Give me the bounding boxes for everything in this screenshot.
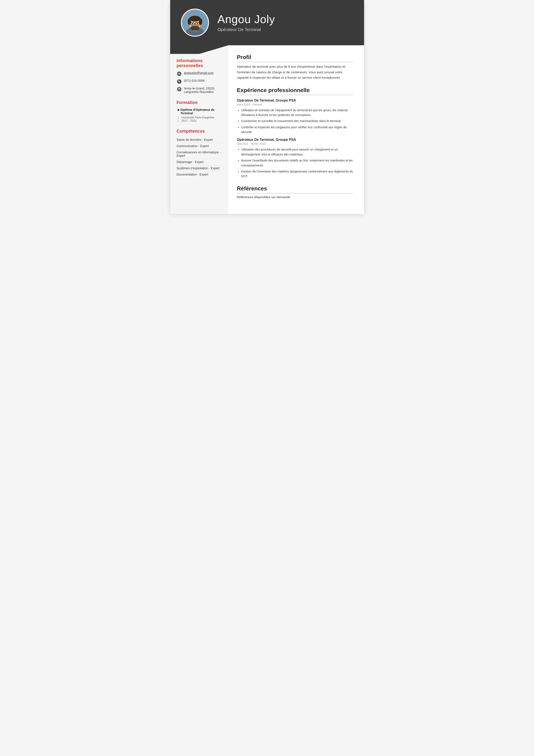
job-bullet: Gestion de l'inventaire des matières dan… — [241, 169, 353, 179]
experience-section: Expérience professionnelle Opérateur De … — [237, 87, 353, 179]
job-bullet: Utilisation des procédures de sécurité p… — [241, 147, 353, 157]
references-text: Références disponibles sur demande — [237, 195, 353, 199]
svg-point-4 — [189, 16, 201, 21]
references-title: Références — [237, 185, 353, 193]
competences-section: Compétences Saisie de données - ExpertCo… — [177, 129, 222, 177]
skill-item: Connaissances en informatique - Expert — [177, 149, 222, 159]
email-icon — [177, 71, 182, 76]
references-section: Références Références disponibles sur de… — [237, 185, 353, 199]
competences-title: Compétences — [177, 129, 222, 134]
job-item: Opérateur De Terminal, Groupe PSAmars 20… — [237, 98, 353, 135]
formation-item: Diplôme d'Opérateur de Terminal Universi… — [177, 108, 222, 122]
job-dates: mai 2021 - février 2023 — [237, 142, 353, 145]
formation-section: Formation Diplôme d'Opérateur de Termina… — [177, 100, 222, 122]
job-title: Opérateur De Terminal, Groupe PSA — [237, 138, 353, 142]
location-icon — [177, 87, 182, 92]
skill-item: Saisie de données - Expert — [177, 137, 222, 143]
avatar — [181, 9, 209, 37]
svg-point-11 — [197, 23, 198, 24]
skill-item: Systèmes d'exploitation - Expert — [177, 165, 222, 172]
job-bullets: Utilisation des procédures de sécurité p… — [237, 147, 353, 178]
skill-item: Communication - Expert — [177, 143, 222, 149]
main-layout: Informations personnelles angoujoly@gmai… — [170, 45, 364, 214]
job-bullets: Utilisation et entretien de l'équipement… — [237, 108, 353, 135]
svg-point-21 — [179, 88, 180, 90]
resume-header: Angou Joly Opérateur De Terminal — [170, 0, 364, 45]
address-item: Noisy-le-Grand, 15525, Languedoc-Roussil… — [177, 87, 222, 94]
profil-text: Opérateur de terminal avec plus de 8 ans… — [237, 64, 353, 80]
skills-list: Saisie de données - ExpertCommunication … — [177, 137, 222, 177]
phone-text: (971) 016 0598 — [184, 79, 204, 82]
profil-title: Profil — [237, 54, 353, 62]
resume-document: Angou Joly Opérateur De Terminal Informa… — [170, 0, 364, 214]
job-bullet: Coordonner et surveiller le mouvement de… — [241, 119, 353, 123]
job-bullet: Contrôler et inspecter les cargaisons po… — [241, 125, 353, 135]
sidebar: Informations personnelles angoujoly@gmai… — [170, 45, 228, 214]
job-bullet: Assurer l'exactitude des documents relat… — [241, 158, 353, 168]
svg-point-10 — [192, 23, 193, 24]
skill-item: Dépannage - Expert — [177, 159, 222, 165]
main-content: Profil Opérateur de terminal avec plus d… — [228, 45, 364, 214]
candidate-name: Angou Joly — [217, 13, 275, 25]
profil-section: Profil Opérateur de terminal avec plus d… — [237, 54, 353, 80]
formation-degree: Diplôme d'Opérateur de Terminal — [177, 108, 222, 115]
experience-title: Expérience professionnelle — [237, 87, 353, 95]
svg-point-17 — [194, 25, 195, 26]
email-link[interactable]: angoujoly@gmail.com — [184, 71, 214, 75]
phone-item: (971) 016 0598 — [177, 79, 222, 84]
bullet-dot — [177, 109, 179, 111]
svg-point-7 — [191, 26, 199, 31]
candidate-title: Opérateur De Terminal — [217, 27, 275, 32]
job-item: Opérateur De Terminal, Groupe PSAmai 202… — [237, 138, 353, 178]
formation-years: 2017 - 2021 — [178, 119, 222, 122]
job-bullet: Utilisation et entretien de l'équipement… — [241, 108, 353, 118]
job-title: Opérateur De Terminal, Groupe PSA — [237, 98, 353, 102]
formation-title: Formation — [177, 100, 222, 105]
jobs-list: Opérateur De Terminal, Groupe PSAmars 20… — [237, 98, 353, 179]
address-text: Noisy-le-Grand, 15525, Languedoc-Roussil… — [184, 87, 215, 94]
email-item: angoujoly@gmail.com — [177, 71, 222, 76]
header-info: Angou Joly Opérateur De Terminal — [217, 13, 275, 32]
personal-info-section: Informations personnelles angoujoly@gmai… — [177, 58, 222, 94]
skill-item: Documentation - Expert — [177, 172, 222, 177]
formation-school: Université Paris-Dauphine — [178, 116, 222, 119]
phone-icon — [177, 79, 182, 84]
personal-info-title: Informations personnelles — [177, 58, 222, 68]
job-dates: mars 2023 - Présent — [237, 103, 353, 106]
